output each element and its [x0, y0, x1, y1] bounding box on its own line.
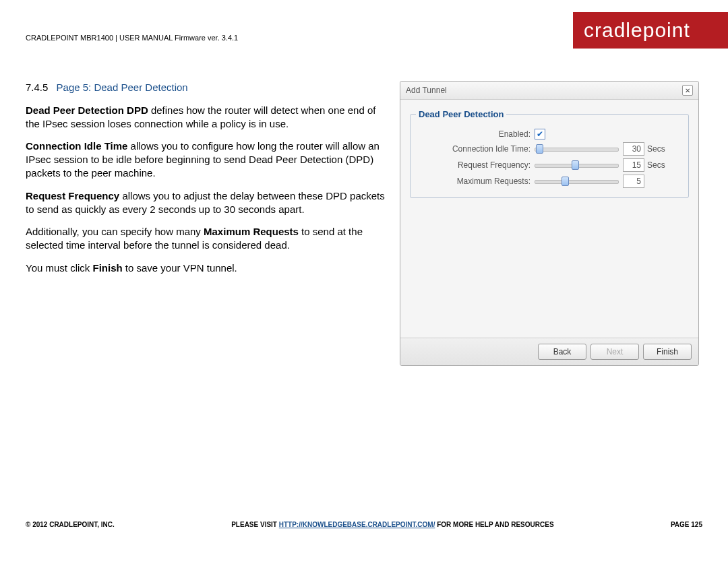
max-label: Maximum Requests:: [416, 177, 535, 186]
check-icon: ✔: [537, 130, 543, 138]
add-tunnel-dialog: Add Tunnel ✕ Dead Peer Detection Enabled…: [400, 81, 699, 366]
back-button[interactable]: Back: [538, 344, 586, 360]
paragraph-dpd: Dead Peer Detection DPD defines how the …: [26, 104, 386, 131]
brand-logo: cradlepoint: [573, 12, 728, 49]
freq-slider[interactable]: [535, 160, 619, 170]
close-icon[interactable]: ✕: [682, 85, 693, 96]
bold-dpd: Dead Peer Detection DPD: [26, 104, 148, 116]
slider-thumb-icon[interactable]: [536, 144, 543, 154]
footer-mid: PLEASE VISIT HTTP://KNOWLEDGEBASE.CRADLE…: [231, 521, 553, 528]
idle-slider[interactable]: [535, 144, 619, 154]
unit-label: Secs: [647, 160, 665, 170]
freq-value[interactable]: 15: [623, 158, 644, 172]
section-number: 7.4.5: [26, 82, 48, 93]
footer-copyright: © 2012 CRADLEPOINT, INC.: [26, 521, 115, 528]
enabled-checkbox[interactable]: ✔: [535, 129, 545, 139]
dialog-title: Add Tunnel: [406, 86, 447, 95]
bold-max: Maximum Requests: [204, 226, 299, 237]
footer-link[interactable]: HTTP://KNOWLEDGEBASE.CRADLEPOINT.COM/: [279, 521, 435, 528]
unit-label: Secs: [647, 144, 665, 154]
bold-idle: Connection Idle Time: [26, 140, 127, 152]
text: You must click: [26, 262, 93, 274]
idle-value[interactable]: 30: [623, 142, 644, 156]
paragraph-max: Additionally, you can specify how many M…: [26, 225, 386, 252]
paragraph-finish: You must click Finish to save your VPN t…: [26, 261, 386, 275]
footer-mid-post: FOR MORE HELP AND RESOURCES: [435, 521, 553, 528]
slider-thumb-icon[interactable]: [562, 177, 569, 186]
max-value[interactable]: 5: [623, 175, 644, 188]
paragraph-idle: Connection Idle Time allows you to confi…: [26, 139, 386, 179]
freq-label: Request Frequency:: [416, 160, 535, 170]
enabled-label: Enabled:: [416, 129, 535, 139]
text: to save your VPN tunnel.: [123, 262, 237, 274]
max-slider[interactable]: [535, 177, 619, 186]
bold-finish: Finish: [93, 262, 123, 274]
group-legend: Dead Peer Detection: [416, 109, 506, 119]
bold-freq: Request Frequency: [26, 190, 119, 201]
slider-thumb-icon[interactable]: [572, 160, 579, 170]
idle-label: Connection Idle Time:: [416, 144, 535, 154]
footer-mid-pre: PLEASE VISIT: [231, 521, 279, 528]
footer-page: PAGE 125: [671, 521, 702, 528]
text: Additionally, you can specify how many: [26, 226, 204, 237]
paragraph-freq: Request Frequency allows you to adjust t…: [26, 189, 386, 216]
section-title: Page 5: Dead Peer Detection: [57, 82, 188, 93]
next-button[interactable]: Next: [590, 344, 639, 360]
finish-button[interactable]: Finish: [643, 344, 692, 360]
